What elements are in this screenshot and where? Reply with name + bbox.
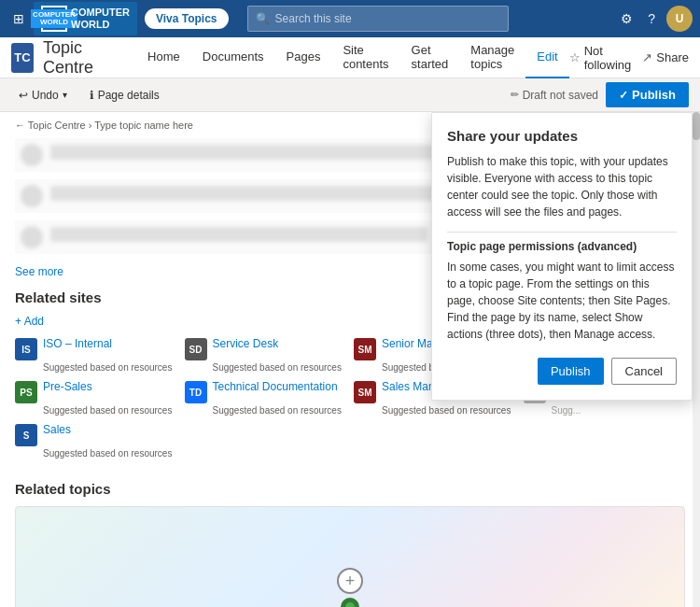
top-navigation: ⊞ COMPUTER WORLD COMPUTERWORLD Viva Topi… — [0, 0, 700, 37]
undo-dropdown-icon[interactable]: ▾ — [63, 90, 67, 100]
site-icon-td: TD — [185, 381, 207, 403]
site-card-sd: SD Service Desk Suggested based on resou… — [185, 337, 347, 373]
publish-icon: ✓ — [619, 89, 628, 102]
popup-divider — [447, 232, 677, 233]
popup-title: Share your updates — [447, 128, 677, 144]
nav-edit[interactable]: Edit — [525, 37, 568, 78]
suite-right-actions: ☆ Not following ↗ Share — [569, 44, 689, 72]
popup-section-body: In some cases, you might want to limit a… — [447, 259, 677, 343]
site-icon-sales: S — [15, 424, 37, 446]
nav-right-actions: ⚙ ? U — [617, 6, 693, 32]
page-details-button[interactable]: ℹ Page details — [82, 85, 167, 106]
topic-node: + ComputerWorld — [315, 568, 386, 607]
topic-circle-inner — [345, 602, 355, 607]
main-content: ← Topic Centre › Type topic name here — [0, 112, 700, 607]
follow-label: Not following — [584, 44, 632, 72]
site-icon-sm2: SM — [354, 381, 376, 403]
site-icon-iso: IS — [15, 338, 37, 360]
nav-manage-topics[interactable]: Manage topics — [459, 37, 525, 78]
nav-site-contents[interactable]: Site contents — [331, 37, 399, 78]
site-card-td: TD Technical Documentation Suggested bas… — [185, 380, 347, 416]
site-title: Topic Centre — [43, 38, 114, 78]
site-card-ps: PS Pre-Sales Suggested based on resource… — [15, 380, 177, 416]
related-topics-area: + ComputerWorld — [15, 506, 685, 607]
search-input[interactable] — [275, 12, 500, 25]
nav-get-started[interactable]: Get started — [400, 37, 460, 78]
help-icon[interactable]: ? — [644, 7, 659, 30]
logo-text: COMPUTERWORLD — [71, 7, 130, 31]
viva-topics-button[interactable]: Viva Topics — [145, 8, 229, 29]
star-icon: ☆ — [569, 50, 581, 64]
draft-status-label: Draft not saved — [523, 89, 598, 102]
share-popup: Share your updates Publish to make this … — [431, 112, 693, 401]
nav-home[interactable]: Home — [136, 37, 191, 78]
site-meta-iso: Suggested based on resources — [43, 362, 177, 373]
site-logo[interactable]: COMPUTER WORLD COMPUTERWORLD — [34, 2, 137, 35]
site-meta-sd: Suggested based on resources — [213, 362, 347, 373]
popup-publish-button[interactable]: Publish — [538, 358, 604, 385]
site-meta-sales: Suggested based on resources — [43, 448, 177, 459]
site-meta-sa: Sugg... — [552, 405, 686, 416]
logo-box: COMPUTER WORLD — [41, 6, 67, 32]
site-logo-tc: TC — [11, 43, 34, 73]
popup-body: Publish to make this topic, with your up… — [447, 153, 677, 220]
settings-icon[interactable]: ⚙ — [617, 7, 637, 30]
site-name-ps[interactable]: Pre-Sales — [43, 380, 92, 393]
search-icon: 🔍 — [256, 12, 270, 25]
blurred-avatar-1 — [21, 144, 43, 166]
site-name-sales[interactable]: Sales — [43, 423, 71, 436]
nav-documents[interactable]: Documents — [191, 37, 275, 78]
site-name-iso[interactable]: ISO – Internal — [43, 337, 112, 350]
popup-cancel-button[interactable]: Cancel — [611, 358, 677, 385]
grid-icon[interactable]: ⊞ — [7, 6, 30, 32]
related-topics-title: Related topics — [15, 481, 685, 497]
site-name-sd[interactable]: Service Desk — [213, 337, 279, 350]
suite-bar: TC Topic Centre Home Documents Pages Sit… — [0, 37, 700, 78]
site-icon-ps: PS — [15, 381, 37, 403]
site-icon-sd: SD — [185, 338, 207, 360]
plus-icon: + — [345, 572, 356, 591]
site-meta-ps: Suggested based on resources — [43, 405, 177, 416]
toolbar-right: ✏ Draft not saved ✓ Publish — [511, 82, 689, 107]
draft-status: ✏ Draft not saved — [511, 89, 598, 102]
share-icon: ↗ — [642, 50, 652, 64]
search-bar[interactable]: 🔍 — [247, 6, 509, 32]
undo-label: Undo — [32, 89, 59, 102]
site-meta-td: Suggested based on resources — [213, 405, 347, 416]
site-meta-sm2: Suggested based on resources — [382, 405, 516, 416]
undo-button[interactable]: ↩ Undo ▾ — [11, 85, 75, 106]
site-card-iso: IS ISO – Internal Suggested based on res… — [15, 337, 177, 373]
popup-section-title: Topic page permissions (advanced) — [447, 240, 677, 253]
avatar[interactable]: U — [666, 6, 693, 32]
scrollbar-thumb[interactable] — [693, 112, 700, 140]
blurred-avatar-2 — [21, 185, 43, 207]
popup-actions: Publish Cancel — [447, 358, 677, 385]
share-button[interactable]: ↗ Share — [642, 50, 689, 64]
site-icon-smt: SM — [354, 338, 376, 360]
share-label: Share — [656, 50, 689, 64]
page-details-label: Page details — [98, 89, 160, 102]
topic-circle — [341, 598, 359, 607]
site-name-td[interactable]: Technical Documentation — [213, 380, 338, 393]
site-card-sales: S Sales Suggested based on resources — [15, 423, 177, 459]
edit-toolbar: ↩ Undo ▾ ℹ Page details ✏ Draft not save… — [0, 78, 700, 112]
info-icon: ℹ — [90, 89, 94, 102]
publish-label: Publish — [632, 88, 676, 102]
undo-icon: ↩ — [19, 89, 28, 102]
blurred-bar — [50, 227, 427, 242]
topic-add-button[interactable]: + — [337, 568, 363, 594]
suite-navigation: Home Documents Pages Site contents Get s… — [136, 37, 569, 78]
nav-pages[interactable]: Pages — [275, 37, 332, 78]
scrollbar-track — [693, 112, 700, 607]
blurred-avatar-3 — [21, 226, 43, 248]
publish-button[interactable]: ✓ Publish — [606, 82, 689, 107]
follow-button[interactable]: ☆ Not following — [569, 44, 632, 72]
pencil-icon: ✏ — [511, 89, 519, 101]
